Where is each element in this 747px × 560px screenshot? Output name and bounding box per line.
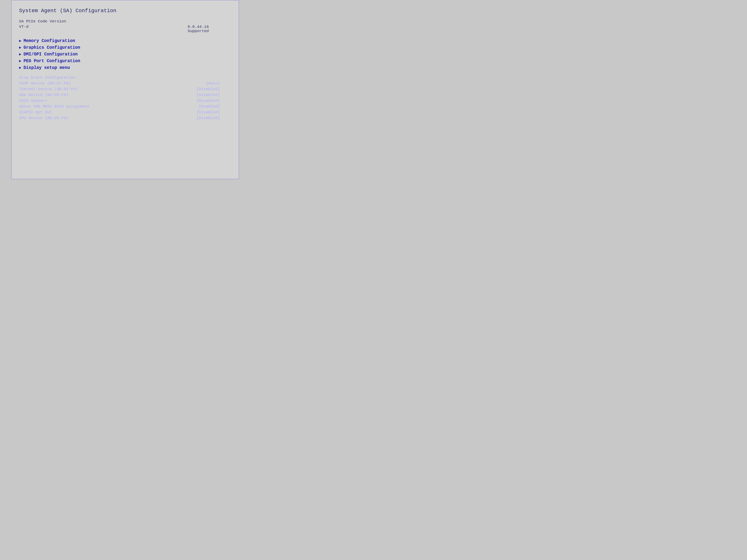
config-value-thermal: [Disabled] bbox=[197, 87, 220, 91]
config-label-x2apic: X2APIC Opt Out bbox=[19, 110, 52, 114]
menu-item-graphics[interactable]: ► Graphics Configuration bbox=[19, 45, 231, 50]
menu-label-display: Display setup menu bbox=[24, 65, 70, 70]
section-menu: ► Memory Configuration ► Graphics Config… bbox=[19, 38, 231, 70]
arrow-icon-memory: ► bbox=[19, 39, 21, 43]
sa-pcie-value: 9.0.44.16 bbox=[188, 25, 209, 29]
arrow-icon-display: ► bbox=[19, 66, 21, 70]
config-row-crid[interactable]: CRID Support [Disabled] bbox=[19, 99, 231, 103]
arrow-icon-dmi: ► bbox=[19, 52, 21, 57]
menu-item-memory[interactable]: ► Memory Configuration bbox=[19, 38, 231, 43]
config-label-stop: Stop Grant Configuration bbox=[19, 75, 75, 80]
menu-label-memory: Memory Configuration bbox=[24, 38, 75, 43]
config-value-chap: [Auto] bbox=[206, 81, 220, 85]
config-value-crid: [Disabled] bbox=[197, 99, 220, 103]
vt-d-value: Supported bbox=[188, 29, 209, 33]
config-label-gna: GNA Device (B0:D8:F0) bbox=[19, 93, 69, 97]
config-label-thermal: Thermal Device (B0:D4:F0) bbox=[19, 87, 78, 91]
config-row-above4gb[interactable]: Above 4GB MMIO BIOS assignment [Enabled] bbox=[19, 104, 231, 109]
config-label-ipu: IPU Device (B0:D5:F0) bbox=[19, 116, 69, 120]
arrow-icon-peg: ► bbox=[19, 59, 21, 63]
menu-label-dmi: DMI/OPI Configuration bbox=[24, 52, 78, 57]
vt-d-values: 9.0.44.16 Supported bbox=[188, 25, 220, 33]
sa-pcie-row: SA PCIe Code Version bbox=[19, 19, 231, 24]
config-value-ipu: [Disabled] bbox=[197, 116, 220, 120]
config-section: Stop Grant Configuration CHAP Device (B0… bbox=[19, 75, 231, 120]
page-title: System Agent (SA) Configuration bbox=[19, 8, 231, 14]
config-row-chap[interactable]: CHAP Device (B0:D7:F0) [Auto] bbox=[19, 81, 231, 85]
config-row-thermal[interactable]: Thermal Device (B0:D4:F0) [Disabled] bbox=[19, 87, 231, 91]
config-row-ipu[interactable]: IPU Device (B0:D5:F0) [Disabled] bbox=[19, 116, 231, 120]
menu-item-display[interactable]: ► Display setup menu bbox=[19, 65, 231, 70]
menu-label-peg: PEG Port Configuration bbox=[24, 59, 80, 63]
config-value-above4gb: [Enabled] bbox=[199, 104, 220, 109]
config-label-above4gb: Above 4GB MMIO BIOS assignment bbox=[19, 104, 89, 109]
config-value-x2apic: [Disabled] bbox=[197, 110, 220, 114]
config-row-x2apic[interactable]: X2APIC Opt Out [Disabled] bbox=[19, 110, 231, 114]
config-row-gna[interactable]: GNA Device (B0:D8:F0) [Disabled] bbox=[19, 93, 231, 97]
menu-item-dmi[interactable]: ► DMI/OPI Configuration bbox=[19, 52, 231, 57]
config-value-gna: [Disabled] bbox=[197, 93, 220, 97]
sa-pcie-label: SA PCIe Code Version bbox=[19, 19, 66, 24]
vt-d-label: VT-d bbox=[19, 25, 28, 33]
main-content: System Agent (SA) Configuration SA PCIe … bbox=[11, 0, 239, 179]
menu-label-graphics: Graphics Configuration bbox=[24, 45, 80, 50]
vt-d-row: VT-d 9.0.44.16 Supported bbox=[19, 25, 231, 33]
config-row-stop[interactable]: Stop Grant Configuration bbox=[19, 75, 231, 80]
arrow-icon-graphics: ► bbox=[19, 46, 21, 50]
menu-item-peg[interactable]: ► PEG Port Configuration bbox=[19, 59, 231, 63]
config-label-chap: CHAP Device (B0:D7:F0) bbox=[19, 81, 71, 85]
config-label-crid: CRID Support bbox=[19, 99, 47, 103]
